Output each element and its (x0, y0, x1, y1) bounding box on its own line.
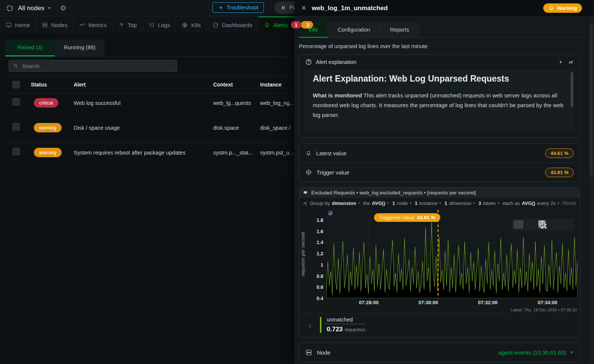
table-row[interactable]: warningSystem requires reboot after pack… (5, 143, 294, 168)
nav-tab-label: Top (128, 22, 137, 28)
x-tick-label: 07:28:00 (359, 300, 379, 305)
row-checkbox[interactable] (12, 148, 20, 155)
nav-tab-label: Metrics (88, 22, 106, 28)
nav-tab-logs[interactable]: Logs (143, 17, 176, 33)
nav-tab-k8s[interactable]: K8s (176, 17, 207, 33)
nodes-icon (42, 22, 48, 28)
alerts-table: Status Alert Context Instance criticalWe… (5, 76, 294, 168)
y-tick-label: 1.4 (317, 240, 323, 245)
explanation-scrollbar[interactable] (571, 72, 573, 107)
panel-scrollbar[interactable] (589, 17, 594, 363)
chevron-down-icon: ▾ (473, 201, 475, 205)
row-checkbox[interactable] (12, 123, 20, 130)
select-all-checkbox[interactable] (12, 81, 20, 88)
table-row[interactable]: criticalWeb log successfulweb_lg...quest… (5, 94, 294, 118)
row-checkbox[interactable] (12, 98, 20, 106)
latest-value-pill: 44.61 % (545, 149, 574, 158)
status-badge-label: Warning (557, 5, 577, 11)
toolbar-segment[interactable]: 1 node▾ (392, 200, 411, 206)
tab-raised[interactable]: Raised (3) (5, 39, 55, 56)
latest-value-label: Latest value (316, 150, 347, 156)
table-row[interactable]: warningDisk / space usagedisk.spacedisk_… (5, 118, 294, 143)
sort-arrow-icon[interactable]: ↓ (308, 321, 312, 329)
bell-icon (548, 5, 555, 11)
nav-tab-top[interactable]: Top (113, 17, 143, 33)
close-icon[interactable]: ✕ (301, 4, 306, 12)
collapse-sidebar-icon[interactable]: >| (303, 200, 306, 206)
explanation-clipped-line: What is monitored This alert tracks unpa… (313, 128, 568, 130)
search-input[interactable] (21, 63, 173, 70)
toolbar-segment[interactable]: Group by dimension▾ (310, 200, 360, 206)
gear-icon[interactable]: ⚙ (60, 4, 66, 12)
nav-tab-dashboards[interactable]: Dashboards (207, 17, 258, 33)
toolbar-segment[interactable]: the AVG()▾ (363, 200, 389, 206)
triggered-value-tooltip: Triggered value: 43.91 % (374, 213, 440, 222)
alerts-badge-warning: 3 (301, 21, 313, 29)
segment-text: 1 (444, 200, 447, 206)
read-aloud-icon[interactable] (568, 59, 574, 65)
chart-toolbar: >|Group by dimension▾the AVG()▾1 node▾1 … (299, 198, 580, 208)
logs-icon (148, 22, 155, 28)
segment-text: 1 (415, 200, 417, 206)
search-bar-row (5, 56, 294, 76)
y-tick-label: 1.2 (317, 251, 323, 256)
space-icon[interactable] (6, 5, 14, 12)
segment-text: each as (503, 200, 520, 206)
chevron-down-icon: ▾ (498, 201, 500, 205)
nav-tab-label: Logs (158, 22, 170, 28)
explanation-paragraph: What is monitored This alert tracks unpa… (313, 91, 568, 120)
status-badge[interactable]: Warning (543, 3, 582, 13)
search-box[interactable] (9, 60, 177, 72)
chart-legend: ↓ unmatched 0.723requests/s (299, 313, 580, 337)
y-tick-label: 0.6 (317, 284, 323, 290)
gauge-icon (212, 22, 219, 28)
latest-value-row: Latest value 44.61 % (299, 144, 580, 162)
toolbar-segment[interactable]: 1 instance▾ (415, 200, 441, 206)
alert-subtitle: Percentage of unparsed log lines over th… (299, 43, 589, 49)
legend-dimension[interactable]: unmatched 0.723requests/s (324, 317, 365, 333)
chevron-down-icon: ▼ (570, 350, 574, 355)
node-selector-value[interactable]: agent-events (10.30.61.63)▼ (499, 349, 574, 356)
toolbar-segment[interactable]: 3 labels▾ (478, 200, 499, 206)
nav-tab-label: K8s (191, 22, 201, 28)
toolbar-segment[interactable]: 1 dimension▾ (444, 200, 475, 206)
y-axis-title: requests per second (299, 210, 307, 298)
nav-tab-label: Nodes (51, 22, 67, 28)
chevron-down-icon: ▾ (410, 201, 412, 205)
chevron-down-icon[interactable]: ▾ (48, 6, 50, 11)
troubleshoot-button[interactable]: Troubleshoot (212, 2, 264, 13)
zoom-out-icon[interactable] (562, 220, 571, 229)
anomaly-icon[interactable] (328, 211, 333, 215)
nav-tab-metrics[interactable]: Metrics (73, 17, 112, 33)
col-status: Status (26, 82, 74, 88)
nav-tab-nodes[interactable]: Nodes (36, 17, 73, 33)
col-alert: Alert (74, 82, 213, 88)
chart-plot-area: requests per second 1.81.61.41.210.80.60… (299, 210, 580, 298)
toolbar-segment[interactable]: each as AVG() every 2s▾ (503, 200, 559, 206)
chart-canvas[interactable]: Triggered value: 43.91 % ⌄ (326, 210, 577, 298)
collapse-icon[interactable]: ▼ (559, 60, 563, 64)
detail-header: ✕ web_log_1m_unmatched Warning (294, 0, 594, 17)
monitor-icon (6, 22, 12, 28)
table-header: Status Alert Context Instance (5, 76, 294, 94)
tab-configuration[interactable]: Configuration (328, 23, 380, 38)
node-selector[interactable]: All nodes (18, 5, 44, 12)
alert-detail-panel: ✕ web_log_1m_unmatched Warning Info Conf… (294, 0, 594, 364)
reset-button[interactable]: Reset (562, 200, 576, 206)
server-icon (305, 349, 312, 356)
top-icon (118, 22, 125, 28)
chart-tools: ⌄ (511, 219, 574, 230)
explanation-content[interactable]: Alert Explanation: Web Log Unparsed Requ… (305, 70, 574, 132)
tab-running[interactable]: Running (88) (55, 39, 105, 56)
dimension-color-swatch (320, 317, 321, 333)
nav-tab-home[interactable]: Home (0, 17, 36, 33)
tab-reports[interactable]: Reports (380, 23, 419, 38)
alert-name: Disk / space usage (74, 123, 213, 131)
alerts-badge-critical: 1 (291, 21, 302, 29)
chevron-down-icon: ▾ (387, 201, 389, 205)
segment-text: the (363, 200, 370, 206)
values-card: Latest value 44.61 % Trigger value 43.91… (299, 143, 580, 182)
question-icon (305, 59, 312, 65)
metrics-icon (79, 22, 85, 28)
y-axis-ticks: 1.81.61.41.210.80.60.4 (307, 210, 326, 298)
